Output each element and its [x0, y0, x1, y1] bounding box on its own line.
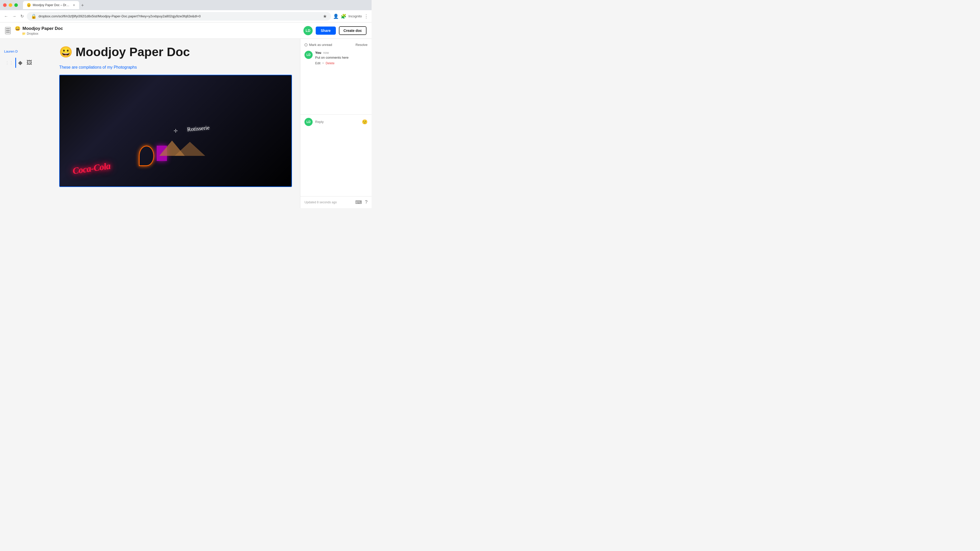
doc-title-row: 😀 Moodjoy Paper Doc — [15, 26, 304, 32]
bookmark-icon: ★ — [323, 14, 327, 19]
tab-favicon: 😀 — [27, 3, 30, 7]
header-actions: LD Share Create doc — [304, 26, 366, 35]
tab-title: Moodjoy Paper Doc – Dropbox — [33, 3, 70, 7]
comment-text: Put on comments here — [315, 56, 368, 59]
doc-subtitle: These are compilations of my Photographs — [59, 65, 292, 70]
comment-meta: You now — [315, 51, 368, 55]
delete-comment-button[interactable]: Delete — [326, 62, 334, 65]
emoji-picker-button[interactable]: 🙂 — [362, 119, 368, 125]
window-minimize-button[interactable] — [9, 3, 12, 7]
new-tab-button[interactable]: + — [79, 2, 86, 9]
left-area: Lauren D ⋮⋮ ◆ 🖼 — [0, 39, 51, 208]
comment-spacer — [301, 129, 372, 197]
breadcrumb: 📁 Dropbox — [15, 32, 304, 35]
dropbox-icon[interactable]: ◆ — [18, 59, 22, 66]
unread-circle-icon — [304, 43, 307, 46]
comment-author-avatar: LD — [304, 51, 313, 59]
blue-bar — [15, 58, 16, 68]
forward-button[interactable]: → — [11, 13, 18, 20]
sidebar-toggle-button[interactable]: ☰ — [5, 27, 11, 34]
extensions-icon: 🧩 — [341, 14, 346, 19]
avatar[interactable]: LD — [304, 26, 313, 35]
reply-input[interactable] — [315, 120, 360, 124]
image-placeholder: Coca-Cola Rotisserie ✛ — [60, 75, 291, 186]
heading-emoji: 😀 — [59, 46, 73, 58]
profile-icon: 👤 — [333, 14, 339, 19]
edit-comment-button[interactable]: Edit — [315, 62, 321, 65]
comment-body: LD You now Put on comments here Edit • D… — [304, 51, 368, 65]
updated-timestamp: Updated 8 seconds ago — [304, 200, 337, 204]
incognito-label: Incognito — [348, 14, 362, 18]
side-icons: ◆ 🖼 — [18, 59, 32, 66]
comment-panel: Mark as unread Resolve LD You now Put on… — [300, 39, 372, 208]
crosshair-icon: ✛ — [173, 128, 178, 134]
drag-handle-icon[interactable]: ⋮⋮ — [5, 60, 13, 65]
lock-icon: 🔒 — [31, 14, 37, 19]
image-block[interactable]: Coca-Cola Rotisserie ✛ — [59, 75, 292, 187]
doc-emoji: 😀 — [15, 26, 21, 32]
reply-area: LD 🙂 — [301, 114, 372, 129]
app-header: ☰ 😀 Moodjoy Paper Doc 📁 Dropbox LD Share… — [0, 22, 372, 39]
comment-header: Mark as unread Resolve — [304, 43, 368, 47]
folder-icon: 📁 — [22, 32, 26, 35]
heading-text: Moodjoy Paper Doc — [76, 45, 190, 59]
more-options-icon[interactable]: ⋮ — [364, 14, 369, 19]
comment-author-name: You — [315, 51, 321, 55]
help-icon[interactable]: ? — [365, 200, 368, 205]
comment-separator: • — [323, 62, 324, 65]
comment-time: now — [323, 51, 329, 55]
window-maximize-button[interactable] — [14, 3, 18, 7]
share-button[interactable]: Share — [316, 27, 336, 35]
breadcrumb-text: Dropbox — [27, 32, 38, 35]
main-content: Lauren D ⋮⋮ ◆ 🖼 😀 Moodjoy Paper Doc Thes… — [0, 39, 372, 208]
reload-button[interactable]: ↻ — [19, 13, 25, 20]
browser-window: 😀 Moodjoy Paper Doc – Dropbox × + ← → ↻ … — [0, 0, 372, 208]
keyboard-icon[interactable]: ⌨ — [355, 200, 362, 205]
comment-actions: Edit • Delete — [315, 62, 368, 65]
resolve-button[interactable]: Resolve — [355, 43, 368, 47]
image-icon[interactable]: 🖼 — [27, 59, 32, 66]
comment-content: You now Put on comments here Edit • Dele… — [315, 51, 368, 65]
browser-toolbar: ← → ↻ 🔒 dropbox.com/scl/fi/n3zfj9fyi392l… — [0, 10, 372, 22]
doc-title: Moodjoy Paper Doc — [22, 26, 63, 31]
tab-close-button[interactable]: × — [73, 3, 75, 7]
back-button[interactable]: ← — [3, 13, 9, 20]
doc-heading: 😀 Moodjoy Paper Doc — [59, 45, 292, 59]
bottom-icons: ⌨ ? — [355, 200, 368, 205]
window-close-button[interactable] — [3, 3, 6, 7]
author-name[interactable]: Lauren D — [4, 49, 18, 53]
doc-title-area: 😀 Moodjoy Paper Doc 📁 Dropbox — [15, 26, 304, 35]
create-doc-button[interactable]: Create doc — [339, 26, 366, 35]
doc-area: 😀 Moodjoy Paper Doc These are compilatio… — [51, 39, 300, 208]
comment-thread: Mark as unread Resolve LD You now Put on… — [301, 39, 372, 114]
reply-avatar: LD — [304, 118, 313, 126]
tab-bar: 😀 Moodjoy Paper Doc – Dropbox × + — [20, 1, 369, 9]
browser-titlebar: 😀 Moodjoy Paper Doc – Dropbox × + — [0, 0, 372, 10]
mark-unread-button[interactable]: Mark as unread — [304, 43, 332, 47]
toolbar-right: 👤 🧩 Incognito ⋮ — [333, 14, 369, 19]
mark-unread-label: Mark as unread — [309, 43, 332, 47]
address-bar[interactable]: 🔒 dropbox.com/scl/fi/n3zfj9fyi392l1d8x5i… — [27, 12, 331, 21]
bottom-bar: Updated 8 seconds ago ⌨ ? — [301, 196, 372, 208]
window-controls — [3, 3, 18, 7]
active-tab[interactable]: 😀 Moodjoy Paper Doc – Dropbox × — [23, 1, 79, 9]
url-text: dropbox.com/scl/fi/n3zfj9fyi392l1d8x5ist… — [38, 14, 321, 18]
